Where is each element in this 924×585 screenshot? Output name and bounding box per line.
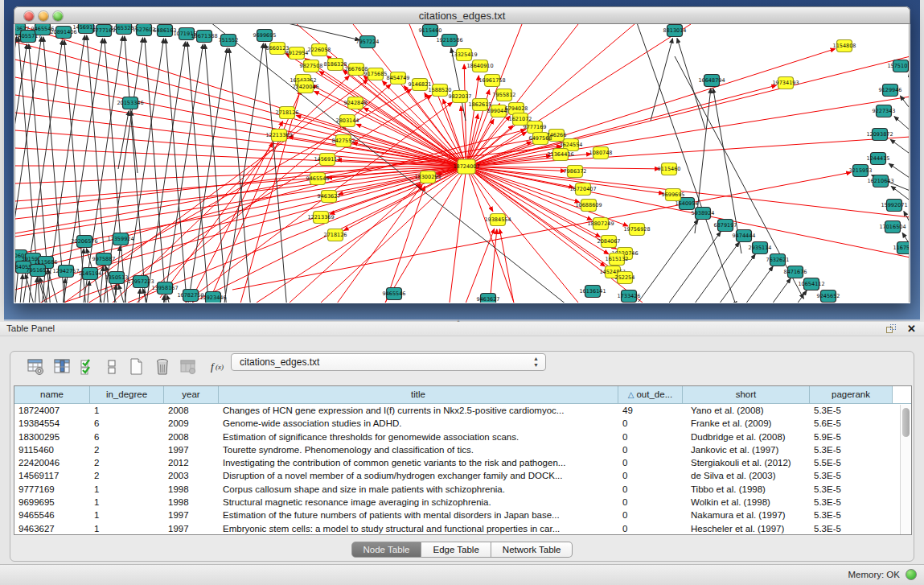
network-desktop-panel: citations_edges.txt 94636271405571794655… (4, 0, 920, 321)
svg-text:9175685: 9175685 (364, 71, 388, 77)
table-cell: 49 (618, 404, 683, 417)
svg-text:(x): (x) (216, 363, 224, 371)
svg-text:1527602: 1527602 (133, 27, 156, 33)
svg-text:1862615: 1862615 (469, 101, 492, 108)
table-row[interactable]: 2242004622012Investigating the contribut… (14, 456, 911, 469)
svg-text:1167534: 1167534 (893, 245, 910, 251)
svg-text:5938924: 5938924 (692, 210, 715, 216)
svg-text:2718126: 2718126 (324, 232, 347, 238)
table-cell: 5.3E-5 (810, 522, 893, 535)
table-row[interactable]: 1938455462009Genome-wide association stu… (14, 417, 911, 430)
tab-edge-table[interactable]: Edge Table (421, 542, 491, 558)
network-window-titlebar[interactable]: citations_edges.txt (14, 6, 910, 24)
table-cell: Stergiakouli et al. (2012) (683, 456, 810, 469)
table-rows: 1872400712008Changes of HCN gene express… (14, 404, 911, 535)
table-settings-icon[interactable] (25, 356, 46, 377)
table-cell: Nakamura et al. (1997) (683, 509, 810, 521)
table-row[interactable]: 911546021997Tourette syndrome. Phenomeno… (14, 443, 911, 456)
svg-text:9227343: 9227343 (873, 108, 896, 114)
node-table[interactable]: namein_degreeyeartitle△out_de...shortpag… (14, 385, 912, 535)
svg-text:9822037: 9822037 (449, 93, 472, 100)
new-file-icon[interactable] (125, 356, 146, 377)
svg-text:6794028: 6794028 (505, 105, 528, 112)
table-cell: Investigating the contribution of common… (219, 456, 618, 469)
table-header-row: namein_degreeyeartitle△out_de...shortpag… (14, 386, 911, 404)
svg-text:16210643: 16210643 (867, 178, 893, 184)
table-cell: 5.3E-5 (810, 443, 893, 456)
column-header-out_de[interactable]: △out_de... (618, 386, 683, 404)
table-cell: 9777169 (14, 483, 90, 496)
svg-text:21364436: 21364436 (547, 151, 573, 158)
table-cell: Genome-wide association studies in ADHD. (219, 417, 618, 430)
column-header-in_degree[interactable]: in_degree (90, 386, 164, 404)
table-cell: 1997 (164, 443, 219, 456)
column-header-title[interactable]: title (219, 386, 618, 404)
table-row[interactable]: 946554611997Estimation of the future num… (14, 509, 911, 521)
svg-text:22420046: 22420046 (292, 84, 318, 90)
table-cell: 2003 (164, 469, 219, 482)
column-header-name[interactable]: name (14, 386, 90, 404)
svg-text:19756928: 19756928 (623, 226, 650, 233)
table-cell: 5.9E-5 (810, 431, 893, 443)
vertical-scrollbar[interactable] (900, 405, 910, 534)
table-row[interactable]: 946362711997Embryonic stem cells: a mode… (14, 522, 911, 535)
table-cell: 1998 (164, 483, 219, 496)
table-cell: 0 (618, 456, 683, 469)
svg-text:19734193: 19734193 (772, 80, 799, 86)
show-columns-icon[interactable] (51, 356, 72, 377)
svg-text:8912954: 8912954 (285, 50, 309, 56)
table-row[interactable]: 1456911722003Disruption of a novel membe… (14, 469, 911, 482)
import-table-icon[interactable] (178, 356, 199, 377)
table-cell: 5.3E-5 (810, 509, 893, 521)
table-row[interactable]: 1830029562008Estimation of significance … (14, 431, 911, 443)
svg-text:12213369: 12213369 (265, 132, 292, 138)
table-row[interactable]: 969969511998Structural magnetic resonanc… (14, 496, 911, 509)
table-cell: 2 (90, 443, 164, 456)
svg-text:10688609: 10688609 (575, 202, 602, 208)
svg-text:1588520: 1588520 (429, 87, 452, 93)
svg-text:15751074: 15751074 (887, 63, 910, 69)
svg-text:7957224: 7957224 (356, 39, 380, 45)
table-cell: 1 (90, 522, 164, 535)
table-selector-dropdown[interactable]: citations_edges.txt ▲▼ (231, 353, 546, 371)
select-all-icon[interactable] (77, 356, 98, 377)
svg-text:19671388: 19671388 (191, 33, 217, 39)
table-cell: Disruption of a novel member of a sodium… (219, 469, 618, 482)
table-row[interactable]: 977716911998Corpus callosum shape and si… (14, 483, 911, 496)
svg-text:14569117: 14569117 (314, 156, 340, 163)
float-window-icon[interactable] (886, 324, 897, 334)
function-builder-icon[interactable]: f(x) (207, 356, 228, 377)
delete-icon[interactable] (152, 356, 173, 377)
table-cell: 2012 (164, 456, 219, 469)
table-cell: 0 (618, 509, 683, 521)
table-selector-value: citations_edges.txt (240, 356, 319, 368)
svg-text:20153346: 20153346 (117, 100, 143, 106)
scrollbar-thumb[interactable] (902, 408, 910, 437)
network-canvas[interactable]: 9463627140557179465546208914061456911797… (14, 24, 910, 303)
table-cell: 9699695 (14, 496, 90, 509)
table-cell: 9115460 (14, 443, 90, 456)
column-header-pagerank[interactable]: pagerank (810, 386, 893, 404)
table-row[interactable]: 1872400712008Changes of HCN gene express… (14, 404, 911, 417)
svg-text:1350513: 1350513 (105, 274, 129, 281)
table-cell: 2008 (164, 404, 219, 417)
tab-network-table[interactable]: Network Table (491, 542, 573, 558)
svg-text:2803144: 2803144 (336, 117, 359, 124)
table-cell: 0 (618, 469, 683, 482)
clear-selection-icon[interactable] (101, 356, 122, 377)
table-cell: 9463627 (14, 522, 90, 535)
svg-text:12093872: 12093872 (866, 131, 893, 138)
svg-text:18724007: 18724007 (453, 163, 479, 170)
column-header-year[interactable]: year (164, 386, 219, 404)
table-cell: 5.5E-5 (810, 456, 893, 469)
network-window[interactable]: citations_edges.txt 94636271405571794655… (14, 6, 910, 303)
svg-text:13325419: 13325419 (450, 51, 477, 58)
tab-node-table[interactable]: Node Table (351, 542, 422, 558)
column-header-short[interactable]: short (683, 386, 810, 404)
svg-text:7632621: 7632621 (766, 257, 790, 263)
table-cell: 5.6E-5 (810, 417, 893, 430)
close-panel-icon[interactable]: ✕ (907, 323, 916, 335)
table-cell: 2009 (164, 417, 219, 430)
table-cell: 0 (618, 417, 683, 430)
table-cell: 2008 (164, 431, 219, 443)
